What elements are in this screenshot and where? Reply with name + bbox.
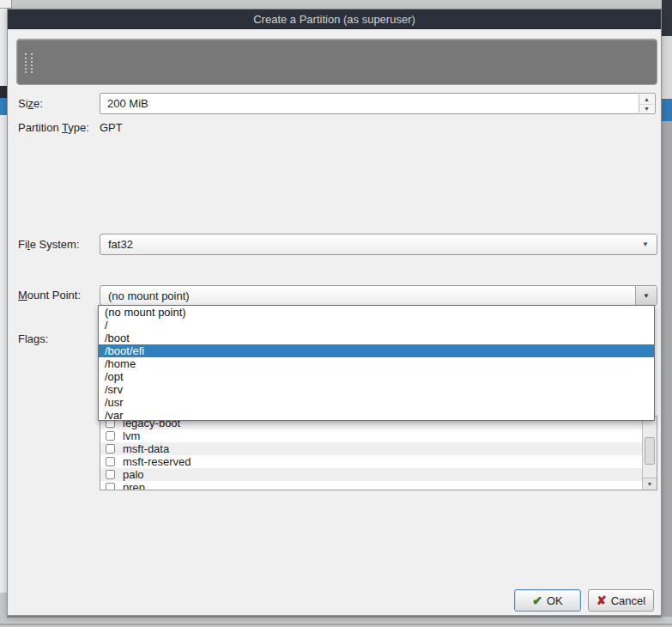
background-divider [0, 624, 672, 625]
background-window-fragment [0, 0, 12, 9]
flags-scrollbar[interactable]: ▼ [642, 417, 657, 490]
dialog-titlebar[interactable]: Create a Partition (as superuser) [8, 9, 661, 29]
scrollbar-thumb[interactable] [645, 437, 655, 465]
flag-checkbox[interactable] [106, 431, 115, 441]
mount-point-dropdown-list: (no mount point) / /boot /boot/efi /home… [98, 305, 655, 421]
file-system-combobox[interactable]: fat32 ▼ [100, 234, 657, 255]
flag-checkbox[interactable] [106, 483, 115, 490]
background-selection-band [662, 99, 672, 121]
partition-preview[interactable] [16, 39, 657, 85]
flags-label: Flags: [18, 332, 48, 346]
spin-up-icon[interactable]: ▲ [639, 94, 654, 104]
mount-point-option-selected[interactable]: /boot/efi [99, 344, 654, 357]
mount-point-option[interactable]: /var [99, 409, 654, 422]
cancel-button[interactable]: ✘ Cancel [588, 589, 654, 612]
flag-label: msft-reserved [123, 455, 191, 468]
flag-row[interactable]: prep [100, 481, 657, 490]
flag-checkbox[interactable] [106, 470, 115, 479]
flags-list: legacy-boot lvm msft-data msft-reserved … [100, 416, 657, 490]
dialog-title: Create a Partition (as superuser) [253, 13, 415, 26]
flag-label: prep [123, 481, 145, 490]
flag-checkbox[interactable] [106, 444, 115, 454]
size-value: 200 MiB [107, 94, 148, 113]
file-system-value: fat32 [108, 234, 133, 254]
mount-point-value: (no mount point) [108, 286, 190, 306]
mount-point-option[interactable]: /usr [99, 396, 654, 409]
resize-handle-icon[interactable] [31, 53, 33, 73]
flag-label: lvm [123, 429, 140, 442]
flag-label: palo [123, 468, 144, 481]
chevron-down-icon: ▼ [642, 234, 649, 254]
spin-down-icon[interactable]: ▼ [639, 104, 654, 113]
partition-type-label: Partition Type: [18, 121, 89, 135]
mount-point-dropdown-button[interactable]: ▼ [635, 286, 657, 305]
mount-point-option[interactable]: / [99, 319, 654, 332]
file-system-label: File System: [18, 238, 80, 252]
screen: Create a Partition (as superuser) Size: … [0, 0, 672, 627]
create-partition-dialog: Create a Partition (as superuser) Size: … [7, 9, 662, 616]
mount-point-option[interactable]: /home [99, 357, 654, 370]
background-selection-band [0, 98, 7, 115]
ok-check-icon: ✔ [532, 594, 542, 607]
background-window-right-edge [662, 36, 672, 99]
cancel-button-label: Cancel [611, 594, 645, 607]
flag-row[interactable]: msft-data [100, 442, 657, 455]
flag-checkbox[interactable] [106, 457, 115, 466]
background-window-right-edge [662, 121, 672, 617]
flag-row[interactable]: palo [100, 468, 657, 481]
background-dark-band [662, 0, 672, 36]
spin-buttons: ▲ ▼ [639, 94, 654, 113]
mount-point-option[interactable]: /boot [99, 332, 654, 344]
ok-button-label: OK [547, 594, 563, 607]
mount-point-option[interactable]: /opt [99, 370, 654, 383]
size-spinbox[interactable]: 200 MiB ▲ ▼ [100, 93, 656, 114]
partition-type-value: GPT [100, 121, 123, 135]
cancel-x-icon: ✘ [596, 594, 607, 607]
chevron-down-icon: ▼ [643, 292, 650, 300]
size-label: Size: [18, 97, 43, 111]
mount-point-option[interactable]: /srv [99, 383, 654, 396]
flag-label: msft-data [123, 442, 169, 455]
resize-handle-icon[interactable] [25, 53, 27, 73]
mount-point-label: Mount Point: [18, 289, 81, 302]
mount-point-combobox[interactable]: (no mount point) ▼ [100, 285, 657, 306]
flag-row[interactable]: msft-reserved [100, 455, 657, 468]
mount-point-option[interactable]: (no mount point) [99, 306, 654, 319]
background-dark-band [0, 86, 7, 98]
flag-row[interactable]: lvm [100, 429, 657, 442]
scroll-down-icon[interactable]: ▼ [643, 478, 657, 490]
ok-button[interactable]: ✔ OK [514, 589, 581, 612]
